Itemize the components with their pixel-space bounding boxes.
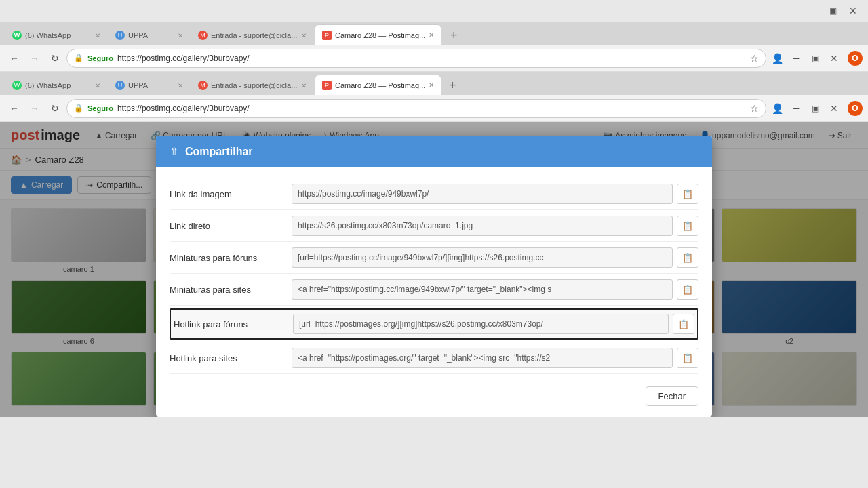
close-btn[interactable]: ✕ bbox=[826, 50, 842, 66]
toolbar-icons-right: 👤 ‒ ▣ ✕ O bbox=[769, 50, 863, 66]
secure-lock-icon: 🔒 bbox=[74, 54, 83, 62]
back-btn[interactable]: ← bbox=[5, 49, 23, 67]
s2-close-btn[interactable]: ✕ bbox=[826, 100, 842, 117]
s2-minimize-btn[interactable]: ‒ bbox=[788, 100, 804, 117]
s2-url-text: https://postimg.cc/gallery/3burbvapy/ bbox=[117, 104, 746, 113]
share-row-min-sites: Miniaturas para sites <a href="https://p… bbox=[170, 274, 698, 306]
forward-btn[interactable]: → bbox=[26, 49, 43, 67]
secure-label: Seguro bbox=[87, 54, 113, 62]
minimize-btn[interactable]: ‒ bbox=[788, 50, 804, 66]
share-row-hotlink-foruns: Hotlink para fóruns [url=https://postima… bbox=[170, 308, 698, 340]
s2-secure-lock-icon: 🔒 bbox=[74, 104, 83, 113]
url-text: https://postimg.cc/gallery/3burbvapy/ bbox=[117, 54, 746, 63]
copy-btn-link-imagem[interactable]: 📋 bbox=[677, 184, 698, 204]
tab2-postimage[interactable]: P Camaro Z28 — Postimag... ✕ bbox=[315, 75, 441, 95]
s2-secure-label: Seguro bbox=[87, 104, 113, 113]
tab-gmail-close[interactable]: ✕ bbox=[301, 32, 307, 39]
s2-opera-icon[interactable]: O bbox=[848, 101, 863, 116]
restore-icon[interactable]: ▣ bbox=[823, 3, 842, 18]
tab2-gmail-close[interactable]: ✕ bbox=[301, 82, 307, 89]
s2-address-bar[interactable]: 🔒 Seguro https://postimg.cc/gallery/3bur… bbox=[66, 99, 766, 118]
share-label-min-sites: Miniaturas para sites bbox=[170, 285, 292, 295]
tab2-whatsapp-label: (6) WhatsApp bbox=[25, 81, 92, 89]
close-icon[interactable]: ✕ bbox=[844, 3, 863, 18]
postimage-active-favicon: P bbox=[322, 30, 332, 40]
modal-footer: Fechar bbox=[156, 380, 712, 417]
share-label-link-imagem: Link da imagem bbox=[170, 189, 292, 199]
tab2-gmail-favicon: M bbox=[198, 81, 208, 90]
modal-header: ⇧ Compartilhar bbox=[156, 136, 712, 167]
tab2-uppa[interactable]: U UPPA ✕ bbox=[108, 76, 190, 95]
s2-account-icon[interactable]: 👤 bbox=[769, 100, 785, 117]
share-value-hotlink-sites[interactable]: <a href="https://postimages.org/" target… bbox=[292, 348, 673, 368]
whatsapp-favicon: W bbox=[12, 30, 22, 40]
tab-gmail[interactable]: M Entrada - suporte@cicla... ✕ bbox=[191, 26, 313, 45]
tab2-gmail[interactable]: M Entrada - suporte@cicla... ✕ bbox=[191, 76, 313, 95]
copy-btn-link-direto[interactable]: 📋 bbox=[677, 216, 698, 236]
tab2-postimage-favicon: P bbox=[322, 81, 332, 90]
copy-btn-min-foruns[interactable]: 📋 bbox=[677, 247, 698, 268]
tab-postimage-active-label: Camaro Z28 — Postimag... bbox=[335, 31, 425, 39]
tab-postimage-active[interactable]: P Camaro Z28 — Postimag... ✕ bbox=[315, 24, 441, 45]
tab2-whatsapp-close[interactable]: ✕ bbox=[95, 82, 100, 89]
bookmark-icon[interactable]: ☆ bbox=[750, 53, 759, 64]
share-header-icon: ⇧ bbox=[170, 145, 178, 158]
share-modal: ⇧ Compartilhar Link da imagem https://po… bbox=[156, 136, 712, 417]
tab2-postimage-label: Camaro Z28 — Postimag... bbox=[335, 81, 425, 89]
new-tab-btn[interactable]: + bbox=[444, 26, 463, 45]
tab-uppa-label: UPPA bbox=[128, 31, 174, 39]
s2-toolbar-right: 👤 ‒ ▣ ✕ O bbox=[769, 100, 863, 117]
tab2-postimage-close[interactable]: ✕ bbox=[429, 81, 434, 89]
share-value-min-sites[interactable]: <a href="https://postimg.cc/image/949bxw… bbox=[292, 279, 673, 300]
copy-btn-hotlink-foruns[interactable]: 📋 bbox=[673, 314, 694, 334]
tab2-uppa-label: UPPA bbox=[128, 81, 174, 89]
share-label-hotlink-sites: Hotlink para sites bbox=[170, 353, 292, 363]
address-bar-row: ← → ↻ 🔒 Seguro https://postimg.cc/galler… bbox=[0, 45, 868, 72]
s2-restore-btn[interactable]: ▣ bbox=[807, 100, 823, 117]
second-address-bar: ← → ↻ 🔒 Seguro https://postimg.cc/galler… bbox=[0, 95, 868, 122]
share-label-link-direto: Link direto bbox=[170, 221, 292, 231]
tab2-whatsapp[interactable]: W (6) WhatsApp ✕ bbox=[5, 76, 107, 95]
share-label-hotlink-foruns: Hotlink para fóruns bbox=[174, 319, 293, 329]
s2-bookmark-icon[interactable]: ☆ bbox=[750, 103, 759, 114]
modal-body: Link da imagem https://postimg.cc/image/… bbox=[156, 167, 712, 380]
tab-postimage-active-close[interactable]: ✕ bbox=[429, 31, 434, 39]
tab-whatsapp-close[interactable]: ✕ bbox=[95, 32, 100, 39]
s2-back-btn[interactable]: ← bbox=[5, 100, 23, 117]
tab2-uppa-close[interactable]: ✕ bbox=[178, 82, 183, 89]
restore-btn[interactable]: ▣ bbox=[807, 50, 823, 66]
tab2-uppa-favicon: U bbox=[115, 81, 125, 90]
share-row-link-direto: Link direto https://s26.postimg.cc/x803m… bbox=[170, 210, 698, 242]
tab-gmail-label: Entrada - suporte@cicla... bbox=[211, 31, 298, 39]
copy-btn-min-sites[interactable]: 📋 bbox=[677, 279, 698, 300]
tab2-whatsapp-favicon: W bbox=[12, 81, 22, 90]
modal-overlay: ⇧ Compartilhar Link da imagem https://po… bbox=[0, 122, 868, 417]
tab-uppa-close[interactable]: ✕ bbox=[178, 32, 183, 39]
tab-uppa[interactable]: U UPPA ✕ bbox=[108, 26, 190, 45]
s2-reload-btn[interactable]: ↻ bbox=[46, 100, 64, 117]
tab2-gmail-label: Entrada - suporte@cicla... bbox=[211, 81, 298, 89]
share-value-link-direto[interactable]: https://s26.postimg.cc/x803m73op/camaro_… bbox=[292, 216, 673, 236]
account-icon[interactable]: 👤 bbox=[769, 50, 785, 66]
tab-whatsapp-label: (6) WhatsApp bbox=[25, 31, 92, 39]
gmail-favicon: M bbox=[198, 30, 208, 40]
opera-icon[interactable]: O bbox=[848, 51, 863, 66]
reload-btn[interactable]: ↻ bbox=[46, 49, 64, 67]
share-row-min-foruns: Miniaturas para fóruns [url=https://post… bbox=[170, 242, 698, 274]
share-row-hotlink-sites: Hotlink para sites <a href="https://post… bbox=[170, 342, 698, 374]
fechar-button[interactable]: Fechar bbox=[646, 386, 698, 406]
address-bar[interactable]: 🔒 Seguro https://postimg.cc/gallery/3bur… bbox=[66, 49, 766, 68]
uppa-favicon: U bbox=[115, 30, 125, 40]
minimize-icon[interactable]: ‒ bbox=[803, 3, 822, 18]
modal-title: Compartilhar bbox=[185, 146, 253, 158]
tab-whatsapp[interactable]: W (6) WhatsApp ✕ bbox=[5, 26, 107, 45]
page-content: postimage ▲ Carregar 🔗 Carregar por URL … bbox=[0, 122, 868, 417]
share-value-hotlink-foruns[interactable]: [url=https://postimages.org/][img]https:… bbox=[293, 314, 669, 334]
share-row-link-imagem: Link da imagem https://postimg.cc/image/… bbox=[170, 178, 698, 210]
share-value-link-imagem[interactable]: https://postimg.cc/image/949bxwl7p/ bbox=[292, 184, 673, 204]
s2-forward-btn[interactable]: → bbox=[26, 100, 43, 117]
share-value-min-foruns[interactable]: [url=https://postimg.cc/image/949bxwl7p/… bbox=[292, 247, 673, 268]
share-label-min-foruns: Miniaturas para fóruns bbox=[170, 253, 292, 263]
tab2-new[interactable]: + bbox=[443, 76, 462, 95]
copy-btn-hotlink-sites[interactable]: 📋 bbox=[677, 348, 698, 368]
